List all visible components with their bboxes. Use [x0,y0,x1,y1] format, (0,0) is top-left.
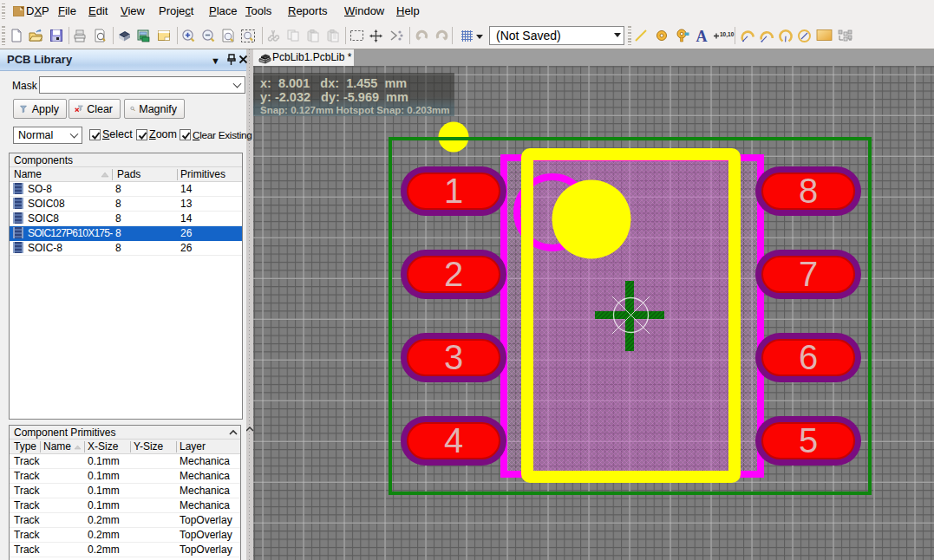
svg-text:A: A [696,29,708,43]
svg-text:1: 1 [444,172,463,210]
svg-text:7: 7 [799,255,818,293]
svg-text:4: 4 [444,421,463,459]
svg-text:8: 8 [799,172,818,210]
svg-text:10,10: 10,10 [720,31,735,38]
svg-text:2: 2 [444,255,463,293]
svg-text:5: 5 [799,421,818,459]
svg-text:3: 3 [444,338,463,376]
svg-text:6: 6 [799,338,818,376]
